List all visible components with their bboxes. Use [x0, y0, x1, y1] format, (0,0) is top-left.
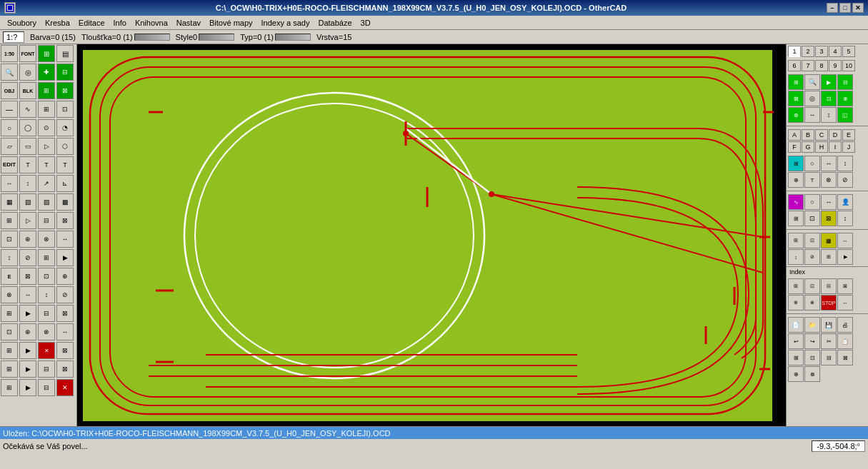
rb-arr2[interactable]: ↕	[837, 156, 853, 171]
tb-misc2[interactable]: ⊘	[19, 249, 36, 266]
tb-poly3[interactable]: ▷	[38, 138, 55, 155]
tb-poly1[interactable]: ▱	[1, 138, 18, 155]
rb-f5[interactable]: ↔	[821, 194, 837, 210]
tb-r12-3[interactable]: ⊟	[38, 305, 55, 322]
tb-r14-2[interactable]: ▶	[19, 342, 36, 359]
rb-g3[interactable]: ⊟	[837, 74, 853, 90]
rb-f4[interactable]: ○	[804, 194, 820, 210]
menu-editace[interactable]: Editace	[74, 17, 109, 29]
rb-idx6[interactable]: ⊗	[804, 295, 820, 311]
rb-idx1[interactable]: ⊞	[788, 278, 804, 294]
right-tab-I[interactable]: I	[829, 141, 842, 153]
menu-bitove-mapy[interactable]: Bitové mapy	[205, 17, 257, 29]
tb-r10-2[interactable]: ⊠	[19, 268, 36, 285]
rb-m1[interactable]: ∿	[788, 194, 804, 210]
tb-bot-2[interactable]: ▶	[19, 379, 36, 396]
rb-stop[interactable]: STOP	[821, 295, 837, 311]
menu-indexy[interactable]: Indexy a sady	[257, 17, 314, 29]
rb-scale4[interactable]: ↕	[788, 249, 804, 265]
rb-g7[interactable]: ⊗	[788, 107, 804, 123]
menu-nastav[interactable]: Nastav	[172, 17, 205, 29]
tb-text-t3[interactable]: T	[56, 156, 74, 173]
rb-f7[interactable]: ⊞	[788, 211, 804, 226]
tb-snap1[interactable]: ⊡	[1, 231, 18, 248]
minimize-button[interactable]: –	[827, 3, 838, 13]
tb-snap4[interactable]: ↔	[56, 231, 74, 248]
rb-f11[interactable]: ⊡	[804, 350, 820, 365]
menu-soubory[interactable]: Soubory	[3, 17, 41, 29]
rb-zoom2[interactable]: ◎	[804, 91, 820, 106]
tb-r10-3[interactable]: ⊡	[38, 268, 55, 285]
tb-bot-1[interactable]: ⊞	[1, 379, 18, 396]
right-tab-1[interactable]: 1	[788, 46, 801, 57]
right-tab-10[interactable]: 10	[842, 60, 855, 71]
right-tab-F[interactable]: F	[788, 141, 801, 153]
rb-paste[interactable]: 📋	[837, 333, 853, 349]
tb-hatch1[interactable]: ▦	[1, 193, 18, 211]
tb-btn-r2-3[interactable]: ⊞	[38, 82, 55, 99]
right-tab-B[interactable]: B	[802, 129, 814, 141]
right-tab-4[interactable]: 4	[829, 46, 842, 57]
right-tab-G[interactable]: G	[802, 141, 814, 153]
rb-cyan1[interactable]: ⊞	[788, 156, 804, 171]
tb-dim3[interactable]: ↗	[38, 175, 55, 192]
menu-knihovna[interactable]: Knihovna	[131, 17, 172, 29]
tb-move3[interactable]: ⊟	[38, 212, 55, 229]
rb-f8[interactable]: ⊡	[804, 211, 820, 226]
tb-btn-zoom2[interactable]: ◎	[19, 64, 36, 81]
tb-poly4[interactable]: ⬡	[56, 138, 74, 155]
tb-btn-zoom1[interactable]: 🔍	[1, 64, 18, 81]
rb-r2[interactable]: ↕	[821, 107, 837, 123]
tb-dim2[interactable]: ↕	[19, 175, 36, 192]
right-tab-J[interactable]: J	[842, 141, 855, 153]
tb-r13-4[interactable]: ↔	[56, 323, 74, 341]
rb-print[interactable]: 🖨	[837, 317, 853, 333]
rb-f13[interactable]: ⊠	[837, 350, 853, 365]
tb-btn-snap[interactable]: 1:50	[1, 45, 18, 62]
rb-g6[interactable]: ⊕	[837, 91, 853, 106]
tb-r13-2[interactable]: ⊕	[19, 323, 36, 341]
tb-line3[interactable]: ⊞	[38, 101, 55, 118]
menu-info[interactable]: Info	[109, 17, 131, 29]
tb-hatch2[interactable]: ▧	[19, 193, 36, 211]
right-tab-7[interactable]: 7	[802, 60, 814, 71]
tb-text-t1[interactable]: T	[19, 156, 36, 173]
typ-slider[interactable]	[275, 34, 311, 41]
tb-text-t2[interactable]: T	[38, 156, 55, 173]
rb-scale2[interactable]: ⊡	[804, 233, 820, 248]
rb-y1[interactable]: ⊠	[821, 211, 837, 226]
tb-move4[interactable]: ⊠	[56, 212, 74, 229]
tb-r13-1[interactable]: ⊡	[1, 323, 18, 341]
right-tab-E[interactable]: E	[842, 129, 855, 141]
tb-btn-r2-4[interactable]: ⊠	[56, 82, 74, 99]
tb-hatch3[interactable]: ▨	[38, 193, 55, 211]
right-tab-8[interactable]: 8	[815, 60, 828, 71]
menu-3d[interactable]: 3D	[356, 17, 375, 29]
tb-text-edit[interactable]: EDIT	[1, 156, 18, 173]
rb-idx7[interactable]: ↔	[837, 295, 853, 311]
tb-misc1[interactable]: ↕	[1, 249, 18, 266]
rb-f9[interactable]: ↕	[837, 211, 853, 226]
rb-f15[interactable]: ⊗	[804, 366, 820, 382]
tb-btn-b1[interactable]: ▤	[56, 45, 74, 62]
tb-btn-g2[interactable]: ✚	[38, 64, 55, 81]
tb-r15-4[interactable]: ⊠	[56, 360, 74, 378]
tb-btn-g3[interactable]: ⊟	[56, 64, 74, 81]
tb-r12-1[interactable]: ⊞	[1, 305, 18, 322]
rb-txt1[interactable]: T	[804, 172, 820, 188]
rb-scale3[interactable]: ↔	[837, 233, 853, 248]
right-tab-2[interactable]: 2	[802, 46, 814, 57]
tb-bot-3[interactable]: ⊟	[38, 379, 55, 396]
tb-r11-1[interactable]: ⊗	[1, 286, 18, 303]
tb-r14-4[interactable]: ⊠	[56, 342, 74, 359]
tb-r11-2[interactable]: ↔	[19, 286, 36, 303]
tb-circ1[interactable]: ○	[1, 119, 18, 136]
tb-r15-1[interactable]: ⊞	[1, 360, 18, 378]
rb-f12[interactable]: ⊟	[821, 350, 837, 365]
tb-r10-1[interactable]: E	[1, 268, 18, 285]
tb-poly2[interactable]: ▭	[19, 138, 36, 155]
rb-circ1[interactable]: ○	[804, 156, 820, 171]
menu-kresba[interactable]: Kresba	[41, 17, 74, 29]
rb-scale5[interactable]: ⊘	[804, 249, 820, 265]
tb-r15-3[interactable]: ⊟	[38, 360, 55, 378]
